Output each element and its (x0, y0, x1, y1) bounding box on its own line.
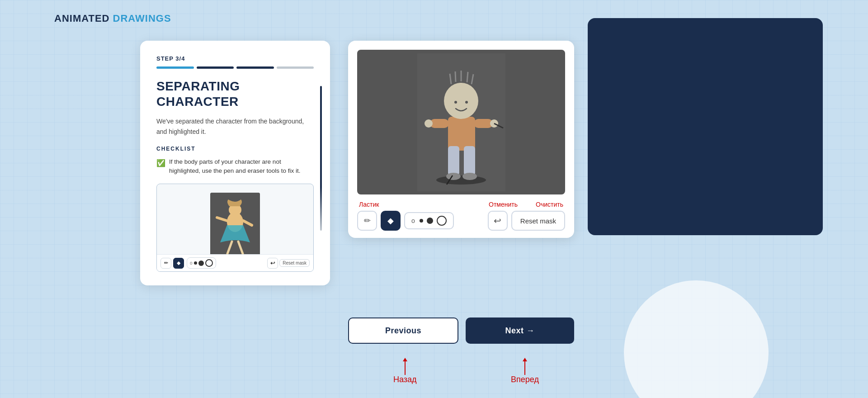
tool-labels-row: Ластик Отменить Очистить (357, 201, 565, 208)
svg-point-20 (425, 119, 433, 128)
app-logo: ANIMATED DRAWINGS (54, 13, 171, 24)
previous-button[interactable]: Previous (348, 317, 458, 344)
svg-rect-23 (448, 146, 459, 175)
checklist-icon: ✅ (156, 158, 165, 169)
svg-rect-18 (430, 119, 449, 128)
logo-drawings: DRAWINGS (113, 13, 171, 24)
svg-rect-24 (464, 146, 475, 175)
svg-point-25 (446, 173, 461, 180)
reset-mask-button[interactable]: Reset mask (511, 211, 565, 231)
undo-button[interactable]: ↩ (488, 211, 508, 231)
progress-seg-1 (156, 66, 194, 69)
size-prefix-text: о (411, 217, 415, 224)
prev-arrow (405, 360, 406, 375)
checklist-label: CHECKLIST (156, 146, 314, 152)
next-button[interactable]: Next → (466, 317, 574, 344)
undo-label: Отменить (489, 201, 518, 208)
svg-line-14 (467, 72, 468, 82)
checklist-item: ✅ If the body parts of your character ar… (156, 157, 314, 176)
progress-seg-3 (236, 66, 274, 69)
pen-button[interactable]: ✏ (357, 211, 377, 231)
instruction-card: STEP 3/4 SEPARATING CHARACTER We've sepa… (140, 41, 330, 285)
logo-animated: ANIMATED (54, 13, 109, 24)
svg-point-17 (465, 101, 468, 104)
svg-line-12 (455, 71, 456, 82)
main-drawing-area[interactable] (357, 50, 565, 194)
size-medium-dot[interactable] (427, 218, 433, 224)
svg-rect-9 (448, 117, 475, 151)
mini-toolbar: ✏ ◆ о ↩ Reset mask (157, 254, 313, 271)
step-label: STEP 3/4 (156, 55, 314, 62)
mini-drawing (210, 193, 260, 263)
next-annotation: Вперед (511, 360, 539, 384)
mini-size-selector: о (187, 257, 216, 269)
progress-seg-2 (197, 66, 234, 69)
navigation-row: Previous Next → (348, 317, 574, 344)
card-title: SEPARATING CHARACTER (156, 79, 314, 109)
size-small-dot[interactable] (420, 219, 423, 223)
navy-background-panel (588, 18, 823, 235)
mini-preview-area: ✏ ◆ о ↩ Reset mask (156, 184, 314, 272)
decorative-blob (624, 280, 769, 398)
card-description: We've separated the character from the b… (156, 116, 314, 137)
mini-undo-button[interactable]: ↩ (267, 258, 278, 269)
mini-pen-button[interactable]: ✏ (160, 258, 171, 269)
main-edit-panel: Ластик Отменить Очистить ✏ ◆ о ↩ Reset m… (348, 41, 574, 238)
card-divider (320, 86, 322, 231)
prev-annotation-text: Назад (393, 375, 417, 384)
next-button-label: Next → (505, 326, 534, 336)
progress-bar (156, 66, 314, 69)
next-arrow (524, 360, 525, 375)
svg-point-16 (454, 101, 457, 104)
next-annotation-text: Вперед (511, 375, 539, 384)
svg-point-8 (436, 175, 486, 185)
svg-rect-19 (474, 119, 493, 128)
previous-annotation: Назад (393, 360, 417, 384)
clear-label: Очистить (536, 201, 563, 208)
eraser-button[interactable]: ◆ (381, 211, 401, 231)
mini-eraser-button[interactable]: ◆ (173, 258, 184, 269)
size-selector[interactable]: о (404, 212, 454, 229)
svg-point-10 (444, 83, 478, 119)
svg-point-26 (462, 173, 477, 180)
eraser-label: Ластик (359, 201, 379, 208)
progress-seg-4 (277, 66, 314, 69)
size-large-dot[interactable] (437, 216, 447, 226)
action-labels: Отменить Очистить (489, 201, 563, 208)
mini-reset-mask-button[interactable]: Reset mask (279, 259, 310, 267)
toolbar-row: ✏ ◆ о ↩ Reset mask (357, 211, 565, 231)
